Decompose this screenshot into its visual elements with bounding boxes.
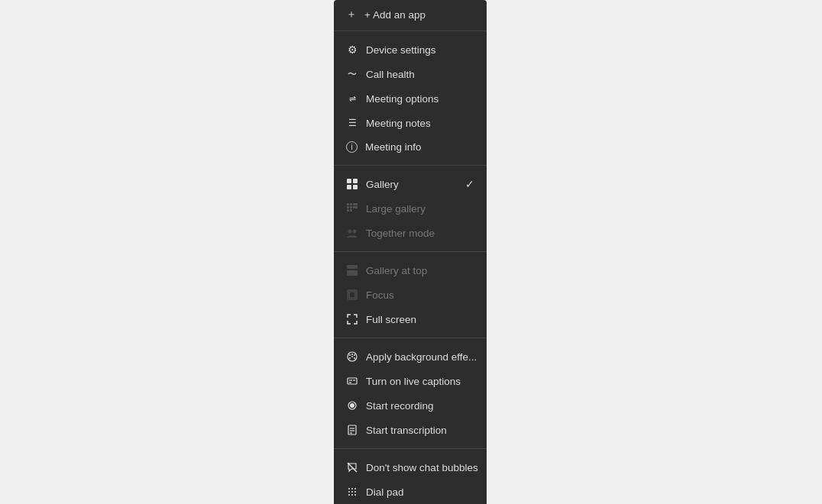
svg-point-45	[351, 494, 353, 496]
focus-item: Focus	[334, 283, 487, 307]
svg-point-41	[348, 491, 350, 493]
gallery-checkmark: ✓	[465, 178, 474, 190]
meeting-info-item[interactable]: i Meeting info	[334, 135, 487, 159]
dont-show-chat-label: Don't show chat bubbles	[366, 462, 478, 473]
start-transcription-item[interactable]: Start transcription	[334, 418, 487, 442]
svg-rect-13	[350, 209, 352, 212]
record-icon	[346, 399, 358, 412]
fullscreen-icon	[346, 313, 358, 325]
apply-background-label: Apply background effe...	[366, 351, 477, 363]
dont-show-chat-item[interactable]: Don't show chat bubbles	[334, 455, 487, 480]
gallery-item[interactable]: Gallery ✓	[334, 172, 487, 196]
add-app-label: + Add an app	[364, 9, 426, 21]
svg-point-40	[354, 488, 356, 489]
meeting-info-label: Meeting info	[365, 141, 474, 153]
gear-icon: ⚙	[346, 44, 358, 56]
background-icon	[346, 351, 358, 363]
svg-point-32	[350, 403, 354, 408]
svg-rect-6	[353, 203, 355, 205]
gallery-icon	[346, 178, 358, 190]
svg-point-14	[348, 230, 352, 234]
add-app-item[interactable]: ＋ + Add an app	[334, 0, 487, 29]
svg-point-26	[354, 357, 355, 359]
transcription-icon	[346, 424, 358, 436]
svg-rect-2	[347, 185, 351, 189]
device-settings-label: Device settings	[366, 44, 474, 56]
focus-icon	[346, 289, 358, 301]
start-transcription-label: Start transcription	[366, 425, 474, 436]
gallery-at-top-label: Gallery at top	[366, 265, 474, 276]
apply-background-item[interactable]: Apply background effe...	[334, 344, 487, 369]
svg-point-25	[349, 357, 351, 359]
context-menu: ＋ + Add an app ⚙ Device settings 〜 Call …	[334, 0, 487, 504]
svg-point-21	[349, 354, 351, 356]
meeting-notes-label: Meeting notes	[366, 118, 474, 129]
start-recording-label: Start recording	[366, 400, 474, 412]
svg-point-43	[354, 491, 356, 493]
gallery-label: Gallery	[366, 179, 458, 190]
svg-rect-9	[350, 206, 352, 208]
svg-rect-0	[347, 179, 351, 183]
dial-pad-label: Dial pad	[366, 486, 474, 498]
full-screen-label: Full screen	[366, 314, 474, 325]
svg-rect-4	[347, 203, 349, 205]
meeting-options-item[interactable]: ⇌ Meeting options	[334, 86, 487, 111]
svg-rect-11	[355, 206, 358, 208]
svg-point-44	[348, 494, 350, 496]
svg-rect-27	[348, 378, 357, 384]
large-gallery-item: Large gallery	[334, 196, 487, 221]
call-health-label: Call health	[366, 69, 474, 80]
settings-section: ⚙ Device settings 〜 Call health ⇌ Meetin…	[334, 33, 487, 163]
more-section: Don't show chat bubbles Dial pad	[334, 451, 487, 504]
gallery-at-top-item: Gallery at top	[334, 258, 487, 283]
captions-item[interactable]: Turn on live captions	[334, 369, 487, 393]
call-health-item[interactable]: 〜 Call health	[334, 62, 487, 86]
notes-icon: ☰	[346, 117, 358, 129]
layout-section: Gallery at top Focus Full screen	[334, 254, 487, 336]
effects-section: Apply background effe... Turn on live ca…	[334, 340, 487, 447]
svg-rect-12	[347, 209, 349, 212]
sliders-icon: ⇌	[346, 92, 358, 105]
svg-rect-19	[349, 292, 355, 298]
svg-rect-8	[347, 206, 349, 208]
svg-point-42	[351, 491, 353, 493]
meeting-options-label: Meeting options	[366, 93, 474, 105]
view-section: Gallery ✓ Large gallery	[334, 167, 487, 250]
svg-point-23	[354, 354, 355, 356]
meeting-notes-item[interactable]: ☰ Meeting notes	[334, 111, 487, 135]
svg-point-24	[351, 356, 353, 357]
svg-point-38	[348, 488, 350, 489]
large-gallery-label: Large gallery	[366, 203, 474, 215]
svg-rect-1	[353, 179, 358, 183]
svg-rect-5	[350, 203, 352, 205]
start-recording-item[interactable]: Start recording	[334, 393, 487, 418]
svg-point-39	[351, 488, 353, 489]
together-mode-label: Together mode	[366, 228, 474, 239]
focus-label: Focus	[366, 289, 474, 301]
captions-label: Turn on live captions	[366, 376, 474, 387]
together-icon	[346, 227, 358, 239]
captions-icon	[346, 375, 358, 387]
svg-rect-16	[347, 265, 358, 269]
svg-rect-7	[355, 203, 358, 205]
svg-rect-17	[347, 270, 358, 276]
dial-pad-item[interactable]: Dial pad	[334, 480, 487, 504]
dialpad-icon	[346, 486, 358, 498]
info-icon: i	[346, 141, 358, 153]
full-screen-item[interactable]: Full screen	[334, 307, 487, 331]
svg-point-46	[354, 494, 356, 496]
svg-point-15	[353, 230, 357, 234]
pulse-icon: 〜	[346, 68, 358, 80]
svg-point-22	[351, 354, 353, 355]
chat-bubbles-icon	[346, 461, 358, 473]
gallery-top-icon	[346, 264, 358, 276]
svg-rect-10	[353, 206, 355, 208]
large-gallery-icon	[346, 202, 358, 215]
plus-icon: ＋	[346, 8, 357, 21]
together-mode-item: Together mode	[334, 221, 487, 245]
device-settings-item[interactable]: ⚙ Device settings	[334, 37, 487, 62]
svg-rect-3	[353, 185, 358, 189]
